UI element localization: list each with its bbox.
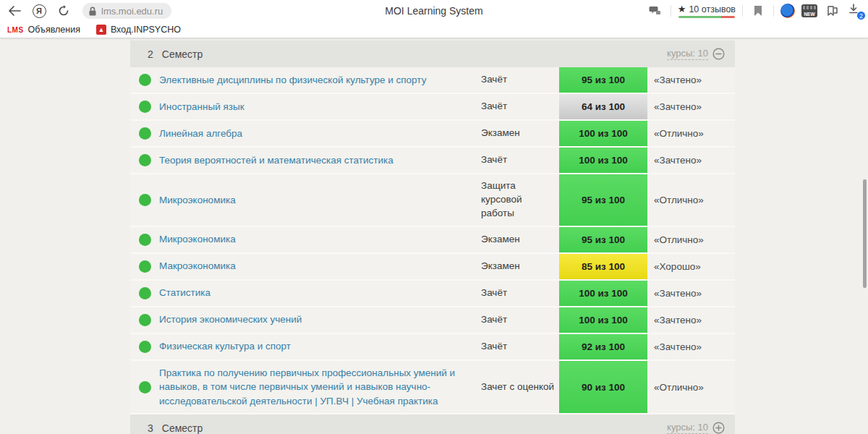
course-link[interactable]: Макроэкономика: [159, 254, 481, 279]
yandex-home-icon[interactable]: Я: [30, 2, 48, 20]
score-badge: 95 из 100: [559, 227, 647, 252]
grade-text: «Отлично»: [647, 227, 735, 252]
score-badge: 85 из 100: [559, 254, 647, 279]
browser-window: MOI Learning System Я lms.moi.edu.ru: [0, 0, 868, 434]
lms-favicon: LMS: [7, 26, 24, 34]
semester-label: Семестр: [162, 422, 203, 434]
course-rows: Элективные дисциплины по физической куль…: [130, 67, 735, 414]
status-cell: [130, 67, 159, 93]
status-dot-icon: [139, 74, 151, 86]
semester-footer: 3 Семестр курсы: 10: [130, 414, 735, 434]
course-row: Практика по получению первичных професси…: [130, 361, 735, 415]
course-link[interactable]: Элективные дисциплины по физической куль…: [159, 67, 481, 93]
extension-new-icon[interactable]: NEW: [801, 4, 817, 17]
grade-text: «Отлично»: [647, 361, 735, 414]
downloads-count-badge: 2: [856, 11, 866, 20]
course-row: Макроэкономика Экзамен 85 из 100 «Хорошо…: [130, 254, 735, 281]
extension-browsec-icon[interactable]: [780, 4, 795, 18]
course-row: Иностранный язык Зачёт 64 из 100 «Зачтен…: [130, 94, 735, 121]
site-feedback-icon[interactable]: [647, 2, 664, 20]
course-link[interactable]: Практика по получению первичных професси…: [159, 361, 481, 414]
status-dot-icon: [139, 127, 151, 140]
refresh-icon[interactable]: [55, 2, 72, 20]
score-badge: 100 из 100: [559, 121, 647, 146]
course-link[interactable]: Физическая культура и спорт: [159, 334, 481, 359]
course-row: Микроэкономика Экзамен 95 из 100 «Отличн…: [130, 227, 735, 254]
course-row: Теория вероятностей и математическая ста…: [130, 148, 735, 174]
page-body: 2 Семестр курсы: 10 Элективные дисциплин…: [0, 38, 868, 433]
reviews-count: 10 отзывов: [689, 4, 736, 14]
bookmark-announcements[interactable]: LMS Объявления: [7, 25, 80, 35]
lock-icon: [88, 7, 97, 16]
semester-number: 2: [148, 48, 153, 60]
status-dot-icon: [139, 341, 151, 353]
assessment-type: Зачёт: [481, 281, 559, 306]
score-badge: 95 из 100: [559, 67, 647, 93]
assessment-type: Зачёт: [481, 307, 559, 333]
status-dot-icon: [139, 314, 151, 326]
assessment-type: Экзамен: [481, 254, 559, 279]
assessment-type: Экзамен: [481, 227, 559, 252]
course-row: Линейная алгебра Экзамен 100 из 100 «Отл…: [130, 121, 735, 148]
course-link[interactable]: Иностранный язык: [159, 94, 481, 119]
status-dot-icon: [139, 234, 151, 246]
status-dot-icon: [139, 381, 151, 393]
score-badge: 95 из 100: [559, 174, 647, 226]
course-link[interactable]: История экономических учений: [159, 307, 481, 333]
score-badge: 100 из 100: [559, 307, 647, 333]
courses-toggle[interactable]: курсы: 10: [667, 422, 725, 434]
assessment-type: Зачет с оценкой: [481, 361, 559, 414]
url-text: lms.moi.edu.ru: [101, 6, 163, 17]
browser-toolbar: MOI Learning System Я lms.moi.edu.ru: [0, 0, 868, 22]
assessment-type: Защита курсовой работы: [481, 174, 559, 226]
score-badge: 92 из 100: [559, 334, 647, 359]
score-badge: 100 из 100: [559, 281, 647, 306]
bookmark-label: Объявления: [28, 25, 80, 35]
bookmark-inpsycho[interactable]: ▲ Вход.INPSYCHO: [96, 25, 181, 35]
grade-text: «Зачтено»: [647, 334, 735, 359]
course-row: Статистика Зачёт 100 из 100 «Зачтено»: [130, 281, 735, 307]
courses-toggle[interactable]: курсы: 10: [667, 48, 725, 60]
course-link[interactable]: Статистика: [159, 281, 481, 306]
course-row: Физическая культура и спорт Зачёт 92 из …: [130, 334, 735, 361]
reviews-widget[interactable]: ★ 10 отзывов: [678, 4, 736, 18]
collections-icon[interactable]: [824, 2, 841, 20]
back-icon[interactable]: [6, 2, 23, 20]
bookmark-label: Вход.INPSYCHO: [111, 25, 181, 35]
assessment-type: Экзамен: [481, 121, 559, 146]
semester-label: Семестр: [162, 48, 203, 60]
status-cell: [130, 94, 159, 119]
courses-count: курсы: 10: [667, 422, 708, 434]
status-cell: [130, 174, 159, 226]
course-link[interactable]: Микроэкономика: [159, 227, 481, 252]
status-cell: [130, 254, 159, 279]
bookmark-icon[interactable]: [749, 2, 767, 20]
score-badge: 64 из 100: [559, 94, 647, 119]
status-cell: [130, 121, 159, 146]
score-badge: 100 из 100: [559, 148, 647, 173]
status-cell: [130, 334, 159, 359]
star-icon: ★: [678, 4, 686, 14]
toolbar-separator: [742, 5, 743, 17]
status-cell: [130, 361, 159, 414]
course-link[interactable]: Теория вероятностей и математическая ста…: [159, 148, 481, 173]
course-row: История экономических учений Зачёт 100 и…: [130, 307, 735, 334]
rating-positive: [678, 16, 721, 18]
course-row: Микроэкономика Защита курсовой работы 95…: [130, 174, 735, 227]
score-badge: 90 из 100: [559, 361, 647, 414]
course-row: Элективные дисциплины по физической куль…: [130, 67, 735, 94]
status-cell: [130, 281, 159, 306]
assessment-type: Зачёт: [481, 148, 559, 173]
scrollbar-thumb[interactable]: [863, 179, 867, 288]
address-bar[interactable]: lms.moi.edu.ru: [82, 3, 171, 19]
course-link[interactable]: Линейная алгебра: [159, 121, 481, 146]
grade-text: «Зачтено»: [647, 281, 735, 306]
new-badge-text: NEW: [804, 11, 814, 17]
grade-text: «Отлично»: [647, 121, 735, 146]
status-dot-icon: [139, 287, 151, 299]
status-dot-icon: [139, 260, 151, 273]
toolbar-separator: [773, 5, 774, 17]
downloads-icon[interactable]: 2: [848, 3, 862, 19]
yandex-letter: Я: [33, 4, 46, 18]
course-link[interactable]: Микроэкономика: [159, 174, 481, 226]
